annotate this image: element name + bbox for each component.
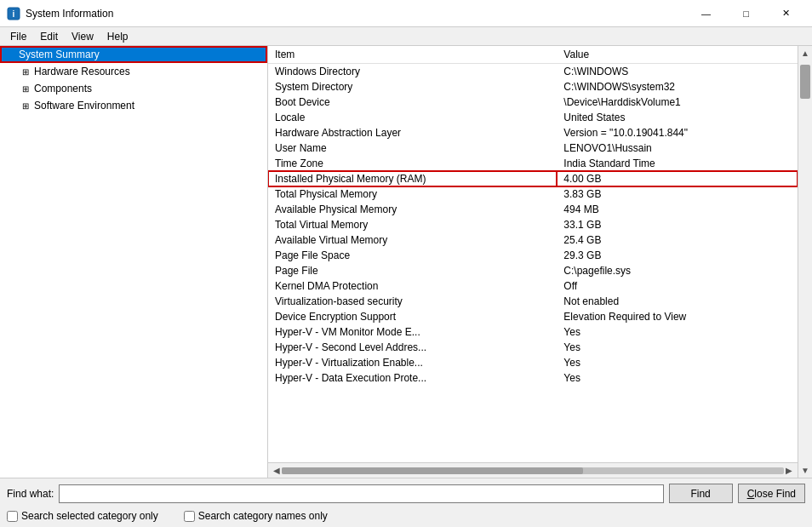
table-cell-item: Hardware Abstraction Layer [268, 125, 557, 140]
table-cell-item: Device Encryption Support [268, 309, 557, 324]
table-row: Windows DirectoryC:\WINDOWS [268, 64, 798, 80]
table-row: Hardware Abstraction LayerVersion = "10.… [268, 125, 798, 140]
table-cell-value: Not enabled [557, 294, 798, 309]
table-row: Total Physical Memory3.83 GB [268, 186, 798, 202]
close-button[interactable]: ✕ [767, 5, 805, 22]
menu-view[interactable]: View [65, 29, 100, 44]
title-bar-left: i System Information [7, 7, 113, 20]
sidebar-item-software-environment[interactable]: ⊞ Software Environment [0, 97, 267, 114]
table-cell-value: India Standard Time [557, 156, 798, 171]
sidebar-label-hardware-resources: Hardware Resources [34, 66, 130, 77]
table-row: Available Virtual Memory25.4 GB [268, 232, 798, 248]
data-table[interactable]: Item Value Windows DirectoryC:\WINDOWSSy… [268, 46, 798, 462]
table-cell-item: Available Virtual Memory [268, 232, 557, 248]
sidebar-label-system-summary: System Summary [19, 49, 100, 60]
right-panel: Item Value Windows DirectoryC:\WINDOWSSy… [268, 46, 798, 478]
table-row: Installed Physical Memory (RAM)4.00 GB [268, 171, 798, 186]
find-bar: Find what: Find Close Find [0, 478, 812, 508]
find-input[interactable] [59, 484, 663, 503]
close-underline-char: C [747, 488, 755, 500]
table-cell-value: Off [557, 278, 798, 294]
window-title: System Information [26, 8, 113, 20]
table-cell-item: Windows Directory [268, 64, 557, 80]
table-cell-item: Kernel DMA Protection [268, 278, 557, 294]
find-button[interactable]: Find [669, 484, 733, 503]
table-cell-value: 494 MB [557, 202, 798, 217]
table-cell-value: Yes [557, 340, 798, 355]
table-cell-item: User Name [268, 140, 557, 156]
left-panel: System Summary ⊞ Hardware Resources ⊞ Co… [0, 46, 268, 478]
table-cell-item: Page File Space [268, 248, 557, 263]
bottom-area: Find what: Find Close Find Search select… [0, 478, 812, 527]
table-cell-item: Total Virtual Memory [268, 217, 557, 232]
scrollbar-thumb[interactable] [282, 467, 583, 474]
close-find-button[interactable]: Close Find [738, 484, 805, 503]
vertical-scrollbar[interactable]: ▲ ▼ [798, 46, 812, 478]
scroll-up-arrow[interactable]: ▲ [801, 46, 809, 60]
vscroll-thumb[interactable] [800, 65, 810, 99]
vscroll-track[interactable] [798, 60, 812, 463]
table-row: Hyper-V - Virtualization Enable...Yes [268, 355, 798, 370]
checkbox-category-names-label: Search category names only [198, 510, 328, 522]
checkbox-category-names-input[interactable] [184, 511, 195, 522]
table-cell-item: Locale [268, 110, 557, 125]
col-value: Value [557, 46, 798, 64]
find-label: Find what: [7, 488, 54, 500]
checkbox-selected-category[interactable]: Search selected category only [7, 510, 158, 522]
table-cell-value: 4.00 GB [557, 171, 798, 186]
table-row: User NameLENOVO1\Hussain [268, 140, 798, 156]
expand-icon-components: ⊞ [20, 84, 31, 94]
table-row: Page FileC:\pagefile.sys [268, 263, 798, 278]
sidebar-item-hardware-resources[interactable]: ⊞ Hardware Resources [0, 63, 267, 80]
scroll-down-arrow[interactable]: ▼ [801, 463, 809, 478]
table-cell-value: 25.4 GB [557, 232, 798, 248]
checkboxes-bar: Search selected category only Search cat… [0, 508, 812, 527]
main-container: System Summary ⊞ Hardware Resources ⊞ Co… [0, 46, 812, 527]
table-cell-value: Yes [557, 324, 798, 340]
table-cell-value: Yes [557, 370, 798, 386]
horizontal-scrollbar[interactable]: ◀ ▶ [268, 462, 798, 478]
table-cell-value: United States [557, 110, 798, 125]
info-table: Item Value Windows DirectoryC:\WINDOWSSy… [268, 46, 798, 386]
menu-edit[interactable]: Edit [33, 29, 65, 44]
maximize-button[interactable]: □ [727, 5, 765, 22]
table-row: Available Physical Memory494 MB [268, 202, 798, 217]
table-cell-value: \Device\HarddiskVolume1 [557, 95, 798, 110]
checkbox-selected-category-label: Search selected category only [21, 510, 158, 522]
table-cell-value: C:\pagefile.sys [557, 263, 798, 278]
expand-icon-hardware-resources: ⊞ [20, 67, 31, 77]
sidebar-item-components[interactable]: ⊞ Components [0, 80, 267, 97]
checkbox-category-names[interactable]: Search category names only [184, 510, 328, 522]
table-cell-value: 33.1 GB [557, 217, 798, 232]
table-row: Total Virtual Memory33.1 GB [268, 217, 798, 232]
scroll-left-arrow[interactable]: ◀ [272, 466, 282, 475]
menu-help[interactable]: Help [100, 29, 135, 44]
content-area: System Summary ⊞ Hardware Resources ⊞ Co… [0, 46, 812, 478]
table-row: Hyper-V - VM Monitor Mode E...Yes [268, 324, 798, 340]
table-row: LocaleUnited States [268, 110, 798, 125]
expand-icon-software-environment: ⊞ [20, 101, 31, 111]
table-row: Page File Space29.3 GB [268, 248, 798, 263]
table-cell-item: Total Physical Memory [268, 186, 557, 202]
minimize-button[interactable]: — [687, 5, 725, 22]
table-cell-value: Version = "10.0.19041.844" [557, 125, 798, 140]
table-cell-item: Hyper-V - Virtualization Enable... [268, 355, 557, 370]
table-cell-item: Page File [268, 263, 557, 278]
table-cell-item: Hyper-V - Second Level Addres... [268, 340, 557, 355]
checkbox-selected-category-input[interactable] [7, 511, 18, 522]
table-cell-value: Elevation Required to View [557, 309, 798, 324]
svg-text:i: i [13, 9, 15, 19]
menu-file[interactable]: File [3, 29, 33, 44]
title-bar: i System Information — □ ✕ [0, 0, 812, 27]
right-panel-wrapper: Item Value Windows DirectoryC:\WINDOWSSy… [268, 46, 812, 478]
sidebar-item-system-summary[interactable]: System Summary [0, 46, 267, 63]
table-row: Hyper-V - Data Execution Prote...Yes [268, 370, 798, 386]
table-cell-value: 3.83 GB [557, 186, 798, 202]
scroll-right-arrow[interactable]: ▶ [784, 466, 794, 475]
table-row: Time ZoneIndia Standard Time [268, 156, 798, 171]
table-cell-item: Hyper-V - Data Execution Prote... [268, 370, 557, 386]
table-cell-item: Hyper-V - VM Monitor Mode E... [268, 324, 557, 340]
table-cell-item: System Directory [268, 79, 557, 95]
scrollbar-track[interactable] [282, 467, 784, 474]
table-row: System DirectoryC:\WINDOWS\system32 [268, 79, 798, 95]
